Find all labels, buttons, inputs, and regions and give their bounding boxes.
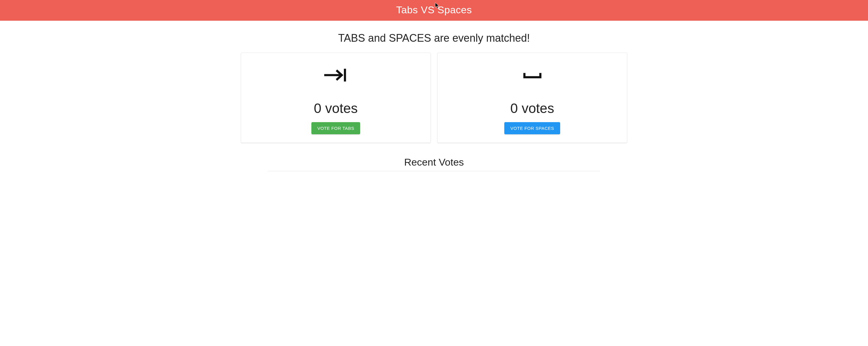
recent-votes-heading: Recent Votes [241, 156, 627, 168]
page-title: Tabs VS Spaces [396, 4, 472, 16]
page-header: Tabs VS Spaces [0, 0, 868, 21]
tabs-vote-count: 0 votes [314, 100, 358, 116]
spaces-card: 0 votes VOTE FOR SPACES [437, 53, 627, 143]
vote-spaces-button[interactable]: VOTE FOR SPACES [504, 122, 560, 134]
space-icon [519, 62, 546, 88]
recent-votes-divider [268, 171, 600, 171]
vote-tabs-button[interactable]: VOTE FOR TABS [311, 122, 360, 134]
spaces-vote-count: 0 votes [510, 100, 554, 116]
main-container: TABS and SPACES are evenly matched! 0 vo… [236, 32, 632, 171]
vote-cards-row: 0 votes VOTE FOR TABS 0 votes VOTE FOR S… [241, 53, 627, 143]
tabs-card: 0 votes VOTE FOR TABS [241, 53, 431, 143]
tab-icon [322, 62, 349, 88]
status-message: TABS and SPACES are evenly matched! [241, 32, 627, 45]
